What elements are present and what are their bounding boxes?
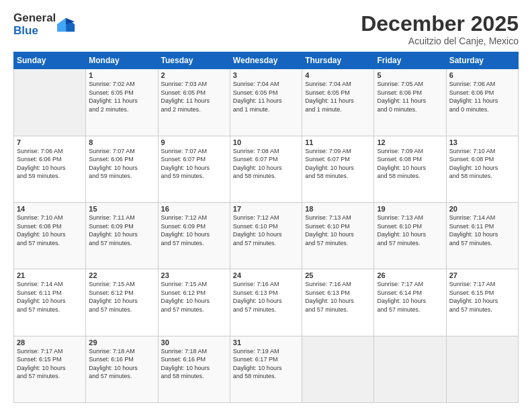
day-number: 8 xyxy=(89,138,154,146)
day-cell: 19Sunrise: 7:13 AM Sunset: 6:10 PM Dayli… xyxy=(374,202,446,269)
day-info: Sunrise: 7:03 AM Sunset: 6:05 PM Dayligh… xyxy=(161,80,227,113)
day-number: 9 xyxy=(161,138,227,146)
day-cell: 11Sunrise: 7:09 AM Sunset: 6:07 PM Dayli… xyxy=(302,136,374,202)
day-info: Sunrise: 7:07 AM Sunset: 6:07 PM Dayligh… xyxy=(161,147,227,181)
day-number: 21 xyxy=(17,271,83,279)
day-number: 15 xyxy=(89,205,154,213)
day-cell: 30Sunrise: 7:18 AM Sunset: 6:16 PM Dayli… xyxy=(158,336,230,402)
day-info: Sunrise: 7:17 AM Sunset: 6:15 PM Dayligh… xyxy=(17,347,83,381)
day-cell: 25Sunrise: 7:16 AM Sunset: 6:13 PM Dayli… xyxy=(302,269,374,336)
day-cell: 31Sunrise: 7:19 AM Sunset: 6:17 PM Dayli… xyxy=(230,336,302,402)
day-number: 31 xyxy=(233,338,299,347)
day-cell: 17Sunrise: 7:12 AM Sunset: 6:10 PM Dayli… xyxy=(230,202,302,269)
day-number: 28 xyxy=(17,338,83,347)
weekday-header-saturday: Saturday xyxy=(446,52,518,69)
day-number: 16 xyxy=(161,205,227,213)
day-cell: 9Sunrise: 7:07 AM Sunset: 6:07 PM Daylig… xyxy=(158,136,230,202)
day-info: Sunrise: 7:16 AM Sunset: 6:13 PM Dayligh… xyxy=(233,280,299,314)
day-cell: 6Sunrise: 7:06 AM Sunset: 6:06 PM Daylig… xyxy=(446,69,518,136)
day-number: 24 xyxy=(233,271,299,279)
page: General Blue December 2025 Acuitzio del … xyxy=(0,0,532,411)
week-row-4: 21Sunrise: 7:14 AM Sunset: 6:11 PM Dayli… xyxy=(14,269,519,336)
month-title: December 2025 xyxy=(361,12,519,36)
day-cell: 20Sunrise: 7:14 AM Sunset: 6:11 PM Dayli… xyxy=(446,202,518,269)
day-number: 11 xyxy=(305,138,371,146)
day-info: Sunrise: 7:12 AM Sunset: 6:09 PM Dayligh… xyxy=(161,214,227,247)
day-cell: 2Sunrise: 7:03 AM Sunset: 6:05 PM Daylig… xyxy=(158,69,230,136)
day-cell: 3Sunrise: 7:04 AM Sunset: 6:05 PM Daylig… xyxy=(230,69,302,136)
weekday-header-row: SundayMondayTuesdayWednesdayThursdayFrid… xyxy=(14,52,519,69)
header: General Blue December 2025 Acuitzio del … xyxy=(13,12,519,46)
day-cell: 7Sunrise: 7:06 AM Sunset: 6:06 PM Daylig… xyxy=(14,136,86,202)
day-info: Sunrise: 7:06 AM Sunset: 6:06 PM Dayligh… xyxy=(449,80,515,113)
day-number: 23 xyxy=(161,271,227,279)
weekday-header-thursday: Thursday xyxy=(302,52,374,69)
logo-blue: Blue xyxy=(13,25,56,38)
day-info: Sunrise: 7:18 AM Sunset: 6:16 PM Dayligh… xyxy=(161,347,227,381)
day-cell xyxy=(302,336,374,402)
day-number: 25 xyxy=(305,271,371,279)
day-number: 10 xyxy=(233,138,299,146)
day-number: 26 xyxy=(377,271,443,279)
weekday-header-monday: Monday xyxy=(86,52,158,69)
day-number: 19 xyxy=(377,205,443,213)
day-info: Sunrise: 7:05 AM Sunset: 6:06 PM Dayligh… xyxy=(377,80,443,113)
day-number: 17 xyxy=(233,205,299,213)
weekday-header-tuesday: Tuesday xyxy=(158,52,230,69)
day-number: 20 xyxy=(449,205,515,213)
day-cell xyxy=(14,69,86,136)
day-info: Sunrise: 7:09 AM Sunset: 6:07 PM Dayligh… xyxy=(305,147,371,181)
day-info: Sunrise: 7:14 AM Sunset: 6:11 PM Dayligh… xyxy=(449,214,515,247)
day-info: Sunrise: 7:13 AM Sunset: 6:10 PM Dayligh… xyxy=(305,214,371,247)
day-info: Sunrise: 7:04 AM Sunset: 6:05 PM Dayligh… xyxy=(233,80,299,113)
weekday-header-friday: Friday xyxy=(374,52,446,69)
day-info: Sunrise: 7:06 AM Sunset: 6:06 PM Dayligh… xyxy=(17,147,83,181)
day-number: 18 xyxy=(305,205,371,213)
day-number: 3 xyxy=(233,71,299,79)
week-row-3: 14Sunrise: 7:10 AM Sunset: 6:08 PM Dayli… xyxy=(14,202,519,269)
day-info: Sunrise: 7:15 AM Sunset: 6:12 PM Dayligh… xyxy=(89,280,154,314)
day-cell: 1Sunrise: 7:02 AM Sunset: 6:05 PM Daylig… xyxy=(86,69,158,136)
weekday-header-wednesday: Wednesday xyxy=(230,52,302,69)
day-info: Sunrise: 7:14 AM Sunset: 6:11 PM Dayligh… xyxy=(17,280,83,314)
day-cell: 21Sunrise: 7:14 AM Sunset: 6:11 PM Dayli… xyxy=(14,269,86,336)
day-number: 27 xyxy=(449,271,515,279)
day-info: Sunrise: 7:18 AM Sunset: 6:16 PM Dayligh… xyxy=(89,347,154,381)
logo-general: General xyxy=(13,12,56,25)
day-cell: 23Sunrise: 7:15 AM Sunset: 6:12 PM Dayli… xyxy=(158,269,230,336)
day-info: Sunrise: 7:10 AM Sunset: 6:08 PM Dayligh… xyxy=(17,214,83,247)
day-info: Sunrise: 7:19 AM Sunset: 6:17 PM Dayligh… xyxy=(233,347,299,381)
day-number: 14 xyxy=(17,205,83,213)
week-row-5: 28Sunrise: 7:17 AM Sunset: 6:15 PM Dayli… xyxy=(14,336,519,402)
day-cell: 26Sunrise: 7:17 AM Sunset: 6:14 PM Dayli… xyxy=(374,269,446,336)
day-cell: 27Sunrise: 7:17 AM Sunset: 6:15 PM Dayli… xyxy=(446,269,518,336)
day-number: 4 xyxy=(305,71,371,79)
day-cell: 24Sunrise: 7:16 AM Sunset: 6:13 PM Dayli… xyxy=(230,269,302,336)
day-info: Sunrise: 7:12 AM Sunset: 6:10 PM Dayligh… xyxy=(233,214,299,247)
day-info: Sunrise: 7:17 AM Sunset: 6:15 PM Dayligh… xyxy=(449,280,515,314)
day-info: Sunrise: 7:07 AM Sunset: 6:06 PM Dayligh… xyxy=(89,147,154,181)
day-cell: 13Sunrise: 7:10 AM Sunset: 6:08 PM Dayli… xyxy=(446,136,518,202)
day-info: Sunrise: 7:16 AM Sunset: 6:13 PM Dayligh… xyxy=(305,280,371,314)
day-cell: 8Sunrise: 7:07 AM Sunset: 6:06 PM Daylig… xyxy=(86,136,158,202)
day-info: Sunrise: 7:13 AM Sunset: 6:10 PM Dayligh… xyxy=(377,214,443,247)
day-cell: 4Sunrise: 7:04 AM Sunset: 6:05 PM Daylig… xyxy=(302,69,374,136)
day-info: Sunrise: 7:02 AM Sunset: 6:05 PM Dayligh… xyxy=(89,80,154,113)
day-number: 13 xyxy=(449,138,515,146)
day-number: 7 xyxy=(17,138,83,146)
day-number: 22 xyxy=(89,271,154,279)
day-info: Sunrise: 7:09 AM Sunset: 6:08 PM Dayligh… xyxy=(377,147,443,181)
day-cell: 16Sunrise: 7:12 AM Sunset: 6:09 PM Dayli… xyxy=(158,202,230,269)
day-cell: 12Sunrise: 7:09 AM Sunset: 6:08 PM Dayli… xyxy=(374,136,446,202)
day-info: Sunrise: 7:10 AM Sunset: 6:08 PM Dayligh… xyxy=(449,147,515,181)
day-number: 29 xyxy=(89,338,154,347)
day-cell: 5Sunrise: 7:05 AM Sunset: 6:06 PM Daylig… xyxy=(374,69,446,136)
day-cell xyxy=(374,336,446,402)
day-info: Sunrise: 7:11 AM Sunset: 6:09 PM Dayligh… xyxy=(89,214,154,247)
day-cell: 15Sunrise: 7:11 AM Sunset: 6:09 PM Dayli… xyxy=(86,202,158,269)
logo: General Blue xyxy=(13,12,76,37)
title-block: December 2025 Acuitzio del Canje, Mexico xyxy=(361,12,519,46)
day-info: Sunrise: 7:17 AM Sunset: 6:14 PM Dayligh… xyxy=(377,280,443,314)
svg-marker-1 xyxy=(57,17,66,32)
day-number: 2 xyxy=(161,71,227,79)
